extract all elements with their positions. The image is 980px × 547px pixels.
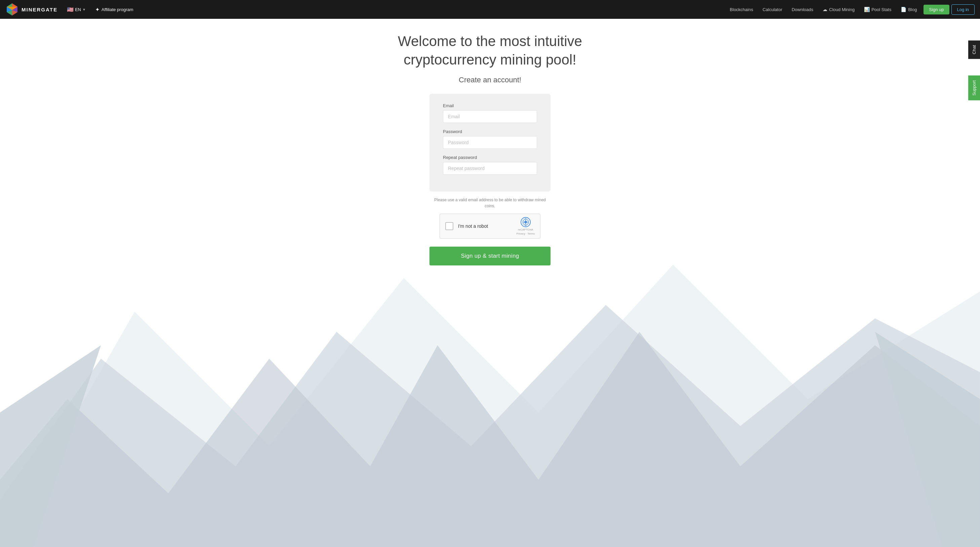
affiliate-label: Affiliate program xyxy=(102,7,133,12)
chart-icon: 📊 xyxy=(864,7,870,12)
nav-calculator[interactable]: Calculator xyxy=(758,5,786,14)
repeat-password-group: Repeat password xyxy=(443,155,537,175)
recaptcha-widget[interactable]: I'm not a robot reCAPTCHA Privacy · Term… xyxy=(439,214,541,239)
support-label: Support xyxy=(972,80,977,96)
repeat-password-label: Repeat password xyxy=(443,155,537,160)
blockchains-label: Blockchains xyxy=(730,7,753,12)
nav-links: Blockchains Calculator Downloads ☁ Cloud… xyxy=(726,5,921,14)
brand-name-text: MINERGATE xyxy=(22,7,57,13)
blog-icon: 📄 xyxy=(900,7,906,12)
repeat-password-input[interactable] xyxy=(443,162,537,175)
password-group: Password xyxy=(443,129,537,149)
downloads-label: Downloads xyxy=(792,7,813,12)
chat-label: Chat xyxy=(972,45,977,54)
email-input[interactable] xyxy=(443,110,537,123)
lang-label: EN xyxy=(75,7,81,12)
minergate-logo-icon xyxy=(5,3,19,16)
email-label: Email xyxy=(443,103,537,108)
recaptcha-checkbox[interactable] xyxy=(445,222,453,230)
start-mining-button[interactable]: Sign up & start mining xyxy=(430,247,550,265)
language-selector[interactable]: 🇺🇸 EN ▼ xyxy=(64,5,88,14)
svg-point-14 xyxy=(524,221,527,224)
recaptcha-logo-icon xyxy=(520,217,531,227)
calculator-label: Calculator xyxy=(762,7,782,12)
recaptcha-branding: reCAPTCHA Privacy · Terms xyxy=(516,217,535,236)
nav-blockchains[interactable]: Blockchains xyxy=(726,5,757,14)
login-button[interactable]: Log in xyxy=(951,4,975,15)
support-button[interactable]: Support xyxy=(968,76,980,100)
password-input[interactable] xyxy=(443,136,537,149)
hero-subtitle: Create an account! xyxy=(459,76,521,84)
chevron-down-icon: ▼ xyxy=(83,8,86,11)
email-group: Email xyxy=(443,103,537,123)
signup-button[interactable]: Sign up xyxy=(923,5,949,14)
hero-title: Welcome to the most intuitive cryptocurr… xyxy=(372,32,608,69)
main-wrapper: Welcome to the most intuitive cryptocurr… xyxy=(0,19,980,547)
signup-form-card: Email Password Repeat password xyxy=(430,94,550,192)
password-label: Password xyxy=(443,129,537,134)
nav-pool-stats[interactable]: 📊 Pool Stats xyxy=(860,5,895,14)
recaptcha-label: I'm not a robot xyxy=(458,224,512,229)
nav-blog[interactable]: 📄 Blog xyxy=(897,5,921,14)
cloud-mining-label: Cloud Mining xyxy=(829,7,854,12)
disclaimer-text: Please use a valid email address to be a… xyxy=(430,197,550,209)
content-area: Welcome to the most intuitive cryptocurr… xyxy=(0,19,980,265)
flag-icon: 🇺🇸 xyxy=(67,6,74,13)
recaptcha-privacy-terms: Privacy · Terms xyxy=(516,232,535,236)
nav-downloads[interactable]: Downloads xyxy=(788,5,817,14)
affiliate-link[interactable]: ✦ Affiliate program xyxy=(92,5,136,14)
cloud-icon: ☁ xyxy=(822,7,827,12)
nav-cloud-mining[interactable]: ☁ Cloud Mining xyxy=(819,5,859,14)
chat-button[interactable]: Chat xyxy=(968,40,980,59)
blog-label: Blog xyxy=(908,7,917,12)
recaptcha-brand-text: reCAPTCHA xyxy=(518,228,533,231)
navbar: MINERGATE 🇺🇸 EN ▼ ✦ Affiliate program Bl… xyxy=(0,0,980,19)
brand-logo-area[interactable]: MINERGATE xyxy=(5,3,57,16)
affiliate-icon: ✦ xyxy=(95,6,100,13)
pool-stats-label: Pool Stats xyxy=(871,7,891,12)
